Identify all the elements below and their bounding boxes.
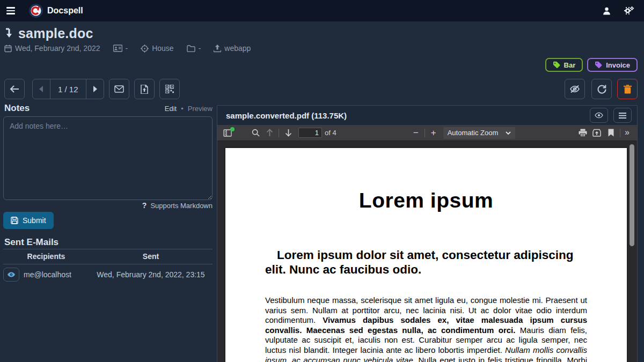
attachment-filename: sample.converted.pdf (113.75K) <box>226 111 347 120</box>
notes-title: Notes <box>4 103 30 114</box>
tag-label: Bar <box>564 61 576 69</box>
user-icon[interactable] <box>600 4 613 17</box>
notes-header: Notes Edit • Preview <box>4 103 213 114</box>
eye-icon <box>7 271 16 278</box>
top-navbar: Docspell <box>0 0 644 21</box>
tags-row: Bar Invoice <box>545 58 638 72</box>
folder-item: - <box>187 44 201 53</box>
trash-icon <box>624 85 632 94</box>
calendar-icon <box>4 45 12 53</box>
pdf-doc-body: Vestibulum neque massa, scelerisque sit … <box>265 295 587 362</box>
email-recipient: me@localhost <box>24 270 89 279</box>
notes-textarea[interactable] <box>3 116 213 200</box>
chevron-down-icon <box>506 131 511 135</box>
pdf-page: Lorem ipsum Lorem ipsum dolor sit amet, … <box>225 148 627 362</box>
source-item: webapp <box>214 44 251 53</box>
docspell-logo-icon <box>29 4 43 18</box>
attachment-view-button[interactable] <box>590 108 608 123</box>
delete-item-button[interactable] <box>617 79 638 99</box>
pdf-prev-page-button[interactable] <box>262 127 276 139</box>
qr-code-icon <box>165 85 174 93</box>
document-title-row: sample.doc <box>4 26 93 41</box>
attachment-menu-button[interactable] <box>613 108 632 123</box>
envelope-icon <box>114 85 124 93</box>
send-mail-button[interactable] <box>109 79 129 99</box>
pdf-next-page-button[interactable] <box>281 127 295 139</box>
arrow-up-icon <box>266 129 273 137</box>
tag-label: Invoice <box>606 61 630 69</box>
concerning-item: House <box>141 44 173 53</box>
id-card-icon <box>113 45 122 52</box>
view-email-button[interactable] <box>3 268 19 282</box>
sent-emails-title: Sent E-Mails <box>4 237 58 248</box>
page-title: sample.doc <box>18 26 93 41</box>
hide-preview-button[interactable] <box>565 79 585 99</box>
pdf-page-input[interactable] <box>298 128 322 138</box>
tag-chip-invoice[interactable]: Invoice <box>587 58 638 72</box>
download-arrow-icon[interactable] <box>4 27 13 40</box>
pdf-scrollbar-thumb[interactable] <box>630 144 634 246</box>
question-mark-icon[interactable]: ? <box>142 201 147 210</box>
sent-emails-table: Recipients Sent me@localhost Wed, Februa… <box>3 249 213 285</box>
tag-icon <box>595 61 602 69</box>
printer-icon <box>579 129 587 137</box>
zoom-in-button[interactable]: + <box>427 128 440 138</box>
settings-gears-icon[interactable] <box>623 4 635 17</box>
item-correspondent: - <box>126 44 128 53</box>
prev-item-button[interactable] <box>33 79 50 99</box>
notes-preview-link[interactable]: Preview <box>188 105 213 113</box>
notes-mode-separator: • <box>181 105 184 113</box>
bookmark-icon <box>608 129 614 137</box>
zoom-out-button[interactable]: − <box>409 128 422 138</box>
download-save-icon <box>592 129 601 137</box>
sent-email-row[interactable]: me@localhost Wed, February 2nd, 2022, 23… <box>3 264 213 285</box>
item-source: webapp <box>224 44 251 53</box>
crosshair-icon <box>141 45 149 53</box>
reprocess-button[interactable] <box>591 79 612 99</box>
notes-edit-link[interactable]: Edit <box>165 105 177 113</box>
refresh-icon <box>597 85 606 94</box>
submit-notes-button[interactable]: Submit <box>3 212 54 229</box>
next-item-button[interactable] <box>86 79 104 99</box>
sidebar-toggle-button[interactable] <box>221 127 235 139</box>
folder-icon <box>187 45 195 52</box>
zoom-level-select[interactable]: Automatic Zoom <box>443 127 516 139</box>
app-title: Docspell <box>47 6 83 16</box>
document-meta-row: Wed, February 2nd, 2022 - House - webapp <box>4 44 251 53</box>
tag-chip-bar[interactable]: Bar <box>545 58 583 72</box>
add-files-button[interactable] <box>134 79 155 99</box>
app-brand[interactable]: Docspell <box>29 4 83 18</box>
item-folder: - <box>199 44 201 53</box>
pdf-print-button[interactable] <box>576 127 590 139</box>
pdfjs-toolbar: of 4 − + Automatic Zoom » <box>217 125 637 141</box>
save-icon <box>11 217 18 224</box>
pdf-viewport[interactable]: Lorem ipsum Lorem ipsum dolor sit amet, … <box>217 141 637 362</box>
pagination-group: 1 / 12 <box>32 79 104 99</box>
item-date: Wed, February 2nd, 2022 <box>15 44 100 53</box>
item-toolbar: 1 / 12 <box>4 79 638 99</box>
upload-icon <box>214 45 221 53</box>
magnifier-icon <box>252 129 260 137</box>
pdf-page-total: of 4 <box>325 129 336 137</box>
item-position-indicator: 1 / 12 <box>50 79 86 99</box>
pdf-doc-heading: Lorem ipsum dolor sit amet, consectetur … <box>265 248 587 277</box>
arrow-down-icon <box>285 129 292 137</box>
eye-slash-icon <box>569 85 580 93</box>
column-recipients: Recipients <box>3 252 89 261</box>
qr-code-button[interactable] <box>159 79 180 99</box>
pdf-more-tools-button[interactable]: » <box>623 128 634 138</box>
menu-hamburger-icon[interactable] <box>0 0 21 21</box>
pdf-bookmark-button[interactable] <box>604 127 618 139</box>
pdf-doc-title: Lorem ipsum <box>225 189 627 212</box>
eye-icon <box>595 112 603 119</box>
sidebar-notification-dot <box>230 127 235 131</box>
pdf-download-button[interactable] <box>590 127 604 139</box>
correspondent-item: - <box>113 44 128 53</box>
file-upload-icon <box>141 85 148 94</box>
back-button[interactable] <box>4 79 25 99</box>
email-sent-date: Wed, February 2nd, 2022, 23:15 <box>89 270 213 279</box>
attachment-panel: sample.converted.pdf (113.75K) of 4 <box>217 105 638 362</box>
pdf-search-button[interactable] <box>248 127 262 139</box>
tag-icon <box>553 61 560 69</box>
sent-emails-header-row: Recipients Sent <box>3 249 213 264</box>
